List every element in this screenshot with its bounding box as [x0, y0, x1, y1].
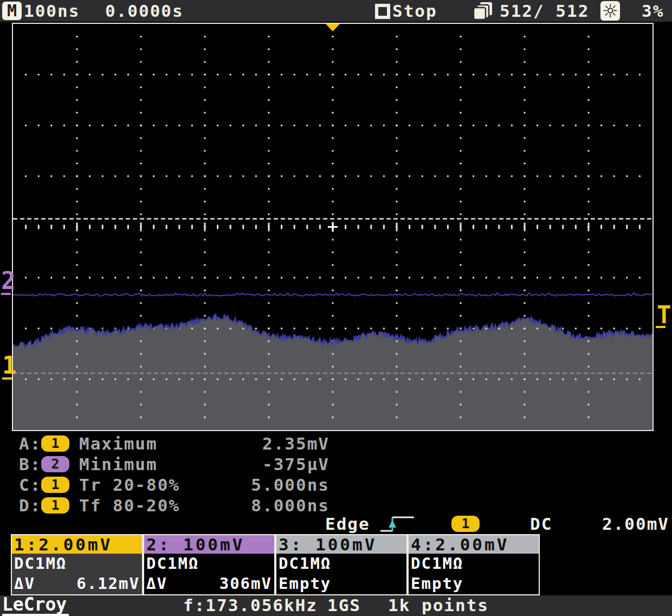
channel-badge: 1 [41, 435, 69, 452]
measurement-id: A: [19, 434, 41, 453]
trigger-source-badge[interactable]: 1 [451, 516, 480, 532]
top-status-bar: M 100ns 0.0000s Stop 512/ 512 ☼ 3% [0, 0, 672, 22]
channel-badge: 1 [41, 477, 69, 493]
trigger-delay-value: 0.0000s [105, 0, 184, 22]
ch1-zero-marker[interactable]: 1 [2, 354, 17, 377]
progress-percent: 3% [642, 0, 664, 22]
trigger-level-marker[interactable]: T [657, 303, 671, 327]
channel-info: ΔV306mV [144, 574, 274, 594]
ch1-zero-dash [2, 377, 12, 380]
measurement-row-b: B: 2 Minimum -375µV [0, 454, 672, 475]
channel-3-box[interactable]: 3: 100mV DC1MΩ Empty [275, 534, 408, 595]
measurement-value: 5.000ns [201, 475, 329, 495]
trigger-level-value[interactable]: 2.00mV [593, 514, 669, 534]
channel-coupling: DC1MΩ [144, 554, 274, 574]
channel-3-scale: 3: 100mV [276, 535, 406, 554]
measurement-row-a: A: 1 Maximum 2.35mV [0, 434, 672, 454]
measurement-value: -375µV [201, 454, 329, 474]
channel-info: Empty [276, 574, 406, 594]
measurement-label: Maximum [79, 434, 158, 453]
channel-2-box[interactable]: 2: 100mV DC1MΩ ΔV306mV [143, 534, 275, 595]
measurement-row-c: C: 1 Tr 20-80% 5.000ns [0, 475, 672, 496]
trigger-coupling[interactable]: DC [530, 514, 552, 534]
channel-info: ΔV6.12mV [12, 574, 142, 594]
timebase-value[interactable]: 100ns [24, 0, 80, 22]
stop-icon [375, 4, 390, 19]
timebase-mode-badge[interactable]: M [2, 2, 22, 20]
measurement-id: C: [19, 475, 41, 495]
channel-descriptors: 1:2.00mV DC1MΩ ΔV6.12mV 2: 100mV DC1MΩ Δ… [0, 534, 672, 595]
measurement-label: Tf 80-20% [79, 496, 180, 515]
channel-badge: 1 [41, 497, 69, 514]
measurement-id: D: [19, 496, 41, 515]
trigger-position-marker[interactable] [326, 24, 340, 31]
channel-3-body: DC1MΩ Empty [276, 554, 406, 594]
measurement-row-d: D: 1 Tf 80-20% 8.000ns [0, 496, 672, 516]
trigger-level-dash [656, 326, 665, 328]
segments-icon [473, 2, 494, 22]
channel-1-body: DC1MΩ ΔV6.12mV [12, 554, 142, 594]
waveform-display: 2 1 T [0, 22, 672, 432]
acquisition-status[interactable]: Stop [392, 0, 437, 22]
channel-coupling: DC1MΩ [409, 554, 539, 574]
measurement-value: 8.000ns [201, 496, 329, 515]
sample-rate: 1GS [327, 594, 361, 616]
channel-badge: 2 [41, 456, 69, 472]
channel-coupling: DC1MΩ [276, 554, 406, 574]
waveform-plot [13, 24, 652, 430]
lecroy-logo: LeCroy [2, 595, 69, 616]
measurement-id: B: [19, 454, 41, 474]
ch2-zero-marker[interactable]: 2 [1, 269, 16, 293]
trigger-type[interactable]: Edge [325, 514, 370, 534]
rising-edge-icon [379, 515, 417, 536]
channel-1-scale: 1:2.00mV [12, 535, 142, 554]
measurement-label: Minimum [79, 454, 158, 474]
trigger-info-bar: Edge 1 DC 2.00mV [0, 514, 672, 534]
channel-4-body: DC1MΩ Empty [409, 554, 539, 594]
bottom-status-bar: LeCroy f:173.056kHz 1GS 1k points [0, 595, 672, 616]
channel-coupling: DC1MΩ [12, 554, 142, 574]
measurements-panel: A: 1 Maximum 2.35mV B: 2 Minimum -375µV … [0, 432, 672, 514]
oscilloscope-screen: M 100ns 0.0000s Stop 512/ 512 ☼ 3% 2 1 T [0, 0, 672, 616]
frequency-readout: f:173.056kHz [183, 594, 318, 616]
channel-2-body: DC1MΩ ΔV306mV [144, 554, 274, 594]
channel-2-scale: 2: 100mV [144, 535, 274, 554]
record-length: 1k points [388, 594, 489, 616]
measurement-value: 2.35mV [201, 434, 329, 453]
intensity-icon[interactable]: ☼ [600, 1, 620, 21]
segment-counter: 512/ 512 [500, 0, 589, 22]
graticule [12, 23, 654, 431]
channel-4-scale: 4:2.00mV [409, 535, 539, 554]
channel-1-box[interactable]: 1:2.00mV DC1MΩ ΔV6.12mV [11, 534, 143, 595]
channel-4-box[interactable]: 4:2.00mV DC1MΩ Empty [408, 534, 540, 595]
channel-info: Empty [409, 574, 539, 594]
measurement-label: Tr 20-80% [79, 475, 180, 495]
ch2-zero-dash [1, 293, 11, 295]
